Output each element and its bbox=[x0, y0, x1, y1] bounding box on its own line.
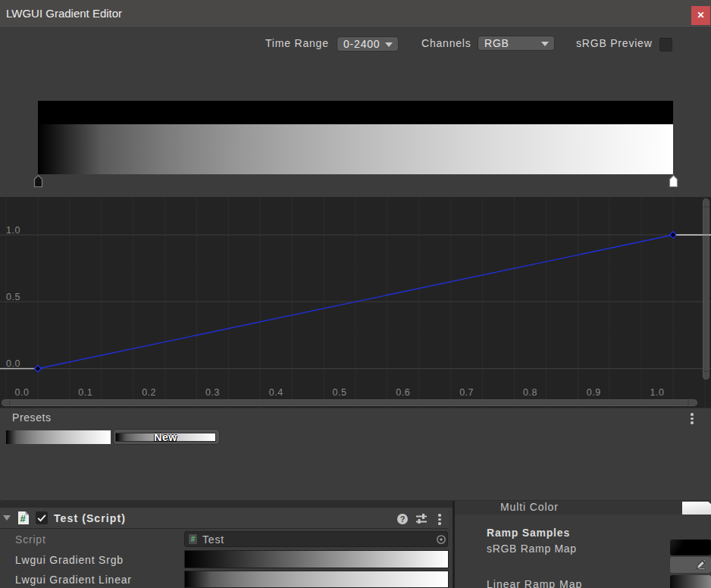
svg-text:0.0: 0.0 bbox=[6, 358, 20, 369]
svg-text:0.3: 0.3 bbox=[205, 387, 220, 398]
svg-text:0.1: 0.1 bbox=[78, 387, 92, 398]
svg-text:0.2: 0.2 bbox=[142, 387, 156, 398]
svg-text:0.7: 0.7 bbox=[459, 387, 474, 398]
svg-text:#: # bbox=[20, 513, 27, 524]
svg-text:0.6: 0.6 bbox=[396, 387, 410, 398]
svg-text:0.5: 0.5 bbox=[6, 292, 20, 302]
svg-text:0.8: 0.8 bbox=[523, 387, 537, 398]
svg-text:0.5: 0.5 bbox=[333, 387, 347, 398]
svg-text:0.9: 0.9 bbox=[587, 387, 601, 398]
svg-text:0.4: 0.4 bbox=[269, 387, 283, 398]
svg-text:1.0: 1.0 bbox=[650, 387, 665, 398]
svg-text:1.0: 1.0 bbox=[6, 225, 20, 236]
svg-text:0.0: 0.0 bbox=[15, 387, 30, 398]
